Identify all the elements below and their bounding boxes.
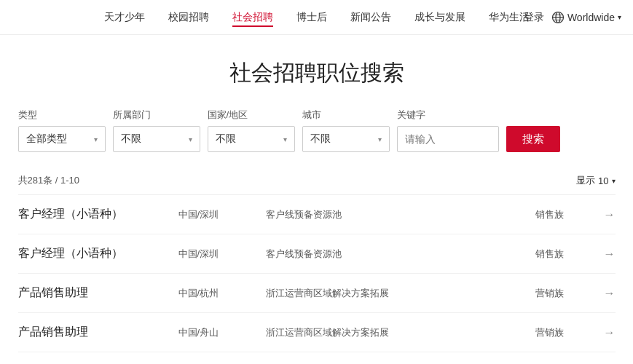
worldwide-selector[interactable]: Worldwide ▾: [551, 11, 621, 24]
dept-chevron-icon: ▾: [189, 135, 192, 143]
worldwide-label: Worldwide: [567, 12, 615, 23]
job-category: 营销族: [535, 326, 594, 339]
country-value: 不限: [216, 132, 236, 146]
city-filter-group: 城市 不限 ▾: [302, 108, 390, 152]
page-title: 社会招聘职位搜索: [18, 58, 616, 88]
nav-items: 天才少年校园招聘社会招聘博士后新闻公告成长与发展华为生活: [104, 8, 530, 27]
job-dept: 浙江运营商区域解决方案拓展: [266, 287, 535, 300]
nav-item-新闻公告[interactable]: 新闻公告: [350, 8, 391, 27]
type-value: 全部类型: [26, 132, 67, 146]
job-dept: 客户线预备资源池: [266, 248, 535, 261]
keyword-filter-group: 关键字: [397, 108, 499, 152]
display-count-selector[interactable]: 显示 10 ▾: [576, 174, 615, 187]
nav-item-校园招聘[interactable]: 校园招聘: [168, 8, 209, 27]
keyword-input[interactable]: [397, 126, 499, 152]
nav-item-博士后[interactable]: 博士后: [296, 8, 327, 27]
job-location: 中国/杭州: [178, 287, 266, 300]
search-button[interactable]: 搜索: [506, 126, 560, 152]
city-select[interactable]: 不限 ▾: [302, 126, 390, 152]
keyword-label: 关键字: [397, 108, 499, 122]
display-count-value: 10: [598, 175, 608, 186]
page-content: 社会招聘职位搜索 类型 全部类型 ▾ 所属部门 不限 ▾ 国家/地区 不限 ▾: [4, 58, 630, 364]
dept-label: 所属部门: [113, 108, 200, 122]
city-label: 城市: [302, 108, 390, 122]
dept-filter-group: 所属部门 不限 ▾: [113, 108, 200, 152]
filters-row: 类型 全部类型 ▾ 所属部门 不限 ▾ 国家/地区 不限 ▾ 城市 不限: [18, 108, 616, 152]
type-label: 类型: [18, 108, 106, 122]
country-label: 国家/地区: [208, 108, 295, 122]
nav-item-社会招聘[interactable]: 社会招聘: [232, 8, 273, 27]
job-category: 销售族: [535, 248, 594, 261]
job-category: 营销族: [535, 287, 594, 300]
city-value: 不限: [310, 132, 331, 146]
nav-right: 登录 Worldwide ▾: [524, 11, 621, 24]
job-arrow-icon: →: [594, 326, 616, 339]
job-arrow-icon: →: [594, 208, 616, 221]
job-list-item[interactable]: 产品销售助理 中国/舟山 浙江运营商区域解决方案拓展 营销族 →: [18, 313, 616, 352]
nav-item-天才少年[interactable]: 天才少年: [104, 8, 145, 27]
job-arrow-icon: →: [594, 287, 616, 300]
country-filter-group: 国家/地区 不限 ▾: [208, 108, 295, 152]
job-dept: 客户线预备资源池: [266, 208, 535, 221]
job-list-item[interactable]: 渠道销售专员 中国/三亚 海南政企分销销售 销售族 →: [18, 352, 616, 364]
display-label: 显示: [576, 174, 595, 187]
city-chevron-icon: ▾: [378, 135, 382, 143]
type-chevron-icon: ▾: [94, 135, 98, 143]
login-button[interactable]: 登录: [524, 11, 544, 24]
results-count: 共281条 / 1-10: [18, 174, 80, 187]
job-location: 中国/舟山: [178, 326, 266, 339]
dept-select[interactable]: 不限 ▾: [113, 126, 200, 152]
job-title: 客户经理（小语种）: [18, 246, 178, 261]
navigation: 天才少年校园招聘社会招聘博士后新闻公告成长与发展华为生活 登录 Worldwid…: [0, 0, 633, 35]
job-title: 产品销售助理: [18, 325, 178, 340]
job-list: 客户经理（小语种） 中国/深圳 客户线预备资源池 销售族 → 客户经理（小语种）…: [18, 195, 616, 364]
type-select[interactable]: 全部类型 ▾: [18, 126, 106, 152]
nav-item-成长与发展[interactable]: 成长与发展: [414, 8, 465, 27]
globe-icon: [551, 11, 565, 24]
job-title: 产品销售助理: [18, 285, 178, 301]
type-filter-group: 类型 全部类型 ▾: [18, 108, 106, 152]
job-title: 客户经理（小语种）: [18, 207, 178, 222]
country-chevron-icon: ▾: [283, 135, 287, 143]
dept-value: 不限: [121, 132, 141, 146]
job-list-item[interactable]: 产品销售助理 中国/杭州 浙江运营商区域解决方案拓展 营销族 →: [18, 274, 616, 313]
job-dept: 浙江运营商区域解决方案拓展: [266, 326, 535, 339]
job-arrow-icon: →: [594, 248, 616, 261]
job-location: 中国/深圳: [178, 208, 266, 221]
job-category: 销售族: [535, 208, 594, 221]
worldwide-chevron-icon: ▾: [618, 13, 621, 21]
country-select[interactable]: 不限 ▾: [208, 126, 295, 152]
job-list-item[interactable]: 客户经理（小语种） 中国/深圳 客户线预备资源池 销售族 →: [18, 234, 616, 274]
job-location: 中国/深圳: [178, 248, 266, 261]
results-bar: 共281条 / 1-10 显示 10 ▾: [18, 167, 616, 195]
job-list-item[interactable]: 客户经理（小语种） 中国/深圳 客户线预备资源池 销售族 →: [18, 195, 616, 234]
display-chevron-icon: ▾: [612, 177, 616, 185]
